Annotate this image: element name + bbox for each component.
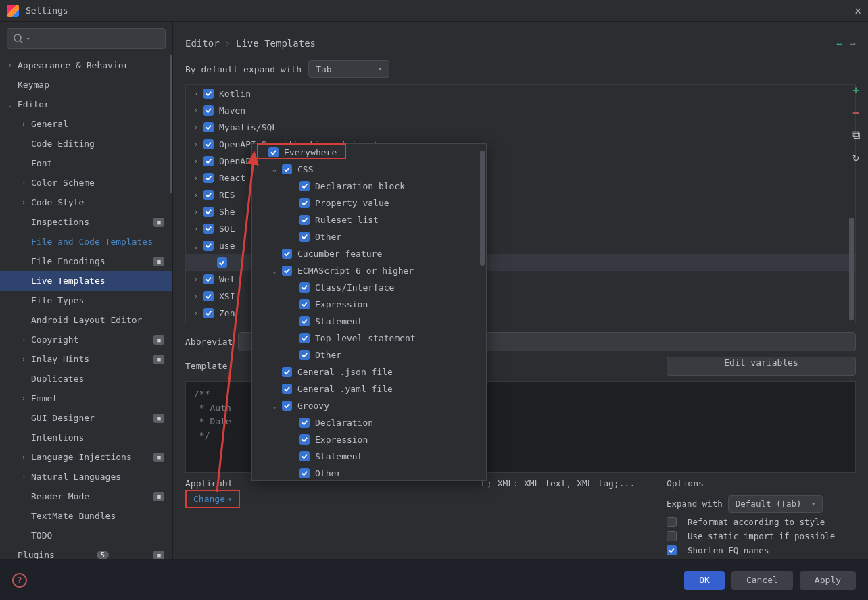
apply-button[interactable]: Apply xyxy=(800,571,856,590)
checkbox[interactable] xyxy=(203,241,214,251)
checkbox[interactable] xyxy=(299,232,310,242)
checkbox[interactable] xyxy=(299,434,310,445)
context-item[interactable]: Statement xyxy=(252,448,486,465)
settings-tree[interactable]: ›Appearance & BehaviorKeymap⌄Editor›Gene… xyxy=(0,55,172,559)
context-item[interactable]: General .json file xyxy=(252,364,486,380)
sidebar-item[interactable]: Plugins5■ xyxy=(0,545,172,559)
template-item[interactable]: ›Mybatis/SQL xyxy=(186,119,855,136)
context-item[interactable]: General .yaml file xyxy=(252,380,486,397)
checkbox[interactable] xyxy=(282,401,292,411)
context-item[interactable]: Declaration xyxy=(252,414,486,431)
sidebar-item[interactable]: GUI Designer■ xyxy=(0,408,172,428)
sidebar-item[interactable]: Live Templates xyxy=(0,271,172,291)
sidebar-item[interactable]: Inspections■ xyxy=(0,212,172,232)
checkbox[interactable] xyxy=(203,173,214,183)
sidebar-item[interactable]: ›Natural Languages xyxy=(0,467,172,486)
checkbox[interactable] xyxy=(299,282,310,293)
sidebar-item[interactable]: ›Copyright■ xyxy=(0,330,172,349)
search-input[interactable]: ▾ xyxy=(7,28,166,49)
sidebar-item[interactable]: Intentions xyxy=(0,428,172,447)
change-context-button[interactable]: Change ▾ xyxy=(185,490,240,508)
breadcrumb-root[interactable]: Editor xyxy=(185,38,220,49)
edit-variables-button[interactable]: Edit variables xyxy=(667,357,856,376)
sidebar-item[interactable]: ›Color Scheme xyxy=(0,173,172,193)
scrollbar[interactable] xyxy=(480,151,485,266)
checkbox[interactable] xyxy=(299,198,310,208)
expand-default-select[interactable]: Tab ▾ xyxy=(308,60,389,78)
shorten-fq-checkbox[interactable] xyxy=(667,545,677,555)
sidebar-item[interactable]: File and Code Templates xyxy=(0,232,172,251)
scrollbar[interactable] xyxy=(849,218,854,320)
revert-icon[interactable]: ↻ xyxy=(852,151,859,164)
sidebar-item[interactable]: ›Appearance & Behavior xyxy=(0,55,172,75)
checkbox[interactable] xyxy=(299,451,310,461)
ok-button[interactable]: OK xyxy=(684,571,725,590)
context-item[interactable]: Ruleset list xyxy=(252,211,486,228)
checkbox[interactable] xyxy=(203,156,214,166)
checkbox[interactable] xyxy=(268,147,279,157)
context-item[interactable]: ⌄ECMAScript 6 or higher xyxy=(252,262,486,279)
help-icon[interactable]: ? xyxy=(12,573,27,588)
checkbox[interactable] xyxy=(203,190,214,200)
remove-icon[interactable]: − xyxy=(852,106,859,119)
context-item[interactable]: Top level statement xyxy=(252,330,486,347)
cancel-button[interactable]: Cancel xyxy=(731,571,793,590)
context-item[interactable]: Other xyxy=(252,465,486,481)
checkbox[interactable] xyxy=(282,164,292,174)
checkbox[interactable] xyxy=(217,257,227,268)
sidebar-item[interactable]: File Types xyxy=(0,291,172,310)
reformat-checkbox[interactable] xyxy=(667,517,677,527)
checkbox[interactable] xyxy=(299,181,310,191)
sidebar-item[interactable]: Font xyxy=(0,153,172,173)
checkbox[interactable] xyxy=(203,274,214,284)
checkbox[interactable] xyxy=(299,299,310,309)
close-icon[interactable]: ✕ xyxy=(854,4,861,17)
sidebar-item[interactable]: Keymap xyxy=(0,75,172,95)
checkbox[interactable] xyxy=(282,367,292,377)
checkbox[interactable] xyxy=(203,291,214,301)
context-item[interactable]: Declaration block xyxy=(252,178,486,195)
sidebar-item[interactable]: TODO xyxy=(0,526,172,545)
context-item[interactable]: Everywhere xyxy=(252,144,486,161)
context-item[interactable]: Cucumber feature xyxy=(252,245,486,262)
checkbox[interactable] xyxy=(299,350,310,360)
context-item[interactable]: ⌄Groovy xyxy=(252,397,486,414)
checkbox[interactable] xyxy=(282,384,292,394)
sidebar-item[interactable]: ›Language Injections■ xyxy=(0,447,172,467)
sidebar-item[interactable]: ›General xyxy=(0,114,172,134)
checkbox[interactable] xyxy=(203,308,214,318)
checkbox[interactable] xyxy=(282,249,292,259)
context-item[interactable]: ⌄CSS xyxy=(252,161,486,178)
context-item[interactable]: Expression xyxy=(252,296,486,313)
template-item[interactable]: ›Kotlin xyxy=(186,85,855,102)
checkbox[interactable] xyxy=(203,89,214,99)
checkbox[interactable] xyxy=(203,224,214,234)
sidebar-item[interactable]: Code Editing xyxy=(0,134,172,153)
context-item[interactable]: Statement xyxy=(252,313,486,330)
checkbox[interactable] xyxy=(203,139,214,149)
sidebar-item[interactable]: ›Emmet xyxy=(0,389,172,408)
context-item[interactable]: Property value xyxy=(252,195,486,211)
checkbox[interactable] xyxy=(299,215,310,225)
sidebar-item[interactable]: File Encodings■ xyxy=(0,251,172,271)
sidebar-item[interactable]: ›Inlay Hints■ xyxy=(0,349,172,369)
checkbox[interactable] xyxy=(299,468,310,478)
add-icon[interactable]: + xyxy=(852,84,859,97)
sidebar-item[interactable]: Duplicates xyxy=(0,369,172,389)
sidebar-item[interactable]: ›Code Style xyxy=(0,193,172,212)
checkbox[interactable] xyxy=(203,122,214,132)
context-popup[interactable]: Everywhere⌄CSSDeclaration blockProperty … xyxy=(251,143,487,481)
context-item[interactable]: Expression xyxy=(252,431,486,448)
checkbox[interactable] xyxy=(203,105,214,116)
checkbox[interactable] xyxy=(299,333,310,343)
copy-icon[interactable]: ⧉ xyxy=(852,128,860,141)
sidebar-item[interactable]: Reader Mode■ xyxy=(0,486,172,506)
template-item[interactable]: ›Maven xyxy=(186,102,855,119)
context-item[interactable]: Class/Interface xyxy=(252,279,486,296)
nav-back-icon[interactable]: ← xyxy=(836,38,842,49)
context-item[interactable]: Other xyxy=(252,347,486,364)
static-import-checkbox[interactable] xyxy=(667,531,677,541)
checkbox[interactable] xyxy=(203,207,214,217)
context-item[interactable]: Other xyxy=(252,228,486,245)
checkbox[interactable] xyxy=(282,266,292,276)
